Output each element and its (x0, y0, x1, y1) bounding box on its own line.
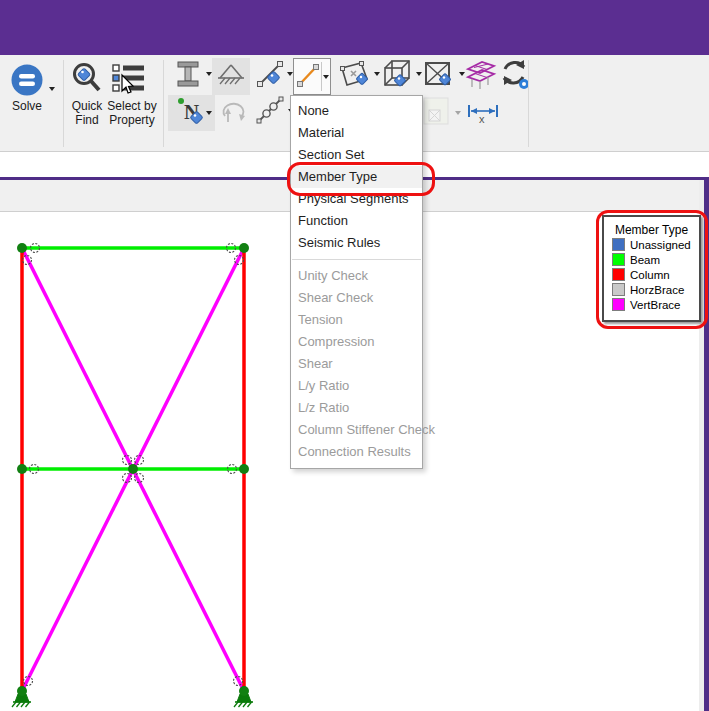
solve-icon (10, 63, 44, 101)
ribbon-separator (528, 60, 529, 147)
menu-item-tension: Tension (291, 309, 422, 331)
quick-find-button[interactable] (70, 63, 104, 97)
support-button[interactable] (212, 58, 250, 95)
node-label-caret-icon[interactable] (206, 111, 212, 118)
color-by-dropdown-menu: None Material Section Set Member Type Ph… (290, 95, 423, 469)
menu-item-physical-segments[interactable]: Physical Segments (291, 188, 422, 210)
section-button[interactable] (172, 60, 204, 92)
area-tag-icon (421, 58, 457, 94)
floor-planes-button[interactable] (463, 58, 497, 94)
ribbon-separator (63, 60, 64, 147)
legend-swatch-vertbrace (612, 298, 625, 311)
line-color-by-caret-icon[interactable] (323, 75, 329, 82)
menu-separator (292, 259, 421, 260)
legend-label-horzbrace: HorzBrace (630, 284, 684, 296)
legend-swatch-unassigned (612, 238, 625, 251)
legend-swatch-column (612, 268, 625, 281)
legend-row: Beam (612, 252, 699, 267)
cube-tag-icon (379, 57, 415, 95)
floor-planes-icon (463, 56, 497, 96)
solve-label: Solve (7, 99, 47, 113)
menu-item-seismic-rules[interactable]: Seismic Rules (291, 232, 422, 254)
node-tag-icon: N (175, 95, 209, 131)
menu-item-material[interactable]: Material (291, 122, 422, 144)
legend-swatch-beam (612, 253, 625, 266)
menu-item-member-type[interactable]: Member Type (291, 166, 422, 188)
menu-item-connection-results: Connection Results (291, 441, 422, 463)
line-color-by-icon (295, 61, 321, 93)
legend-swatch-horzbrace (612, 283, 625, 296)
menu-item-lz-ratio: L/z Ratio (291, 397, 422, 419)
area-select-button[interactable] (421, 60, 457, 92)
render-icon (422, 96, 450, 130)
releases-button[interactable] (253, 96, 287, 128)
dimension-axis-label: x (479, 113, 485, 125)
cube-select-button[interactable] (379, 59, 415, 93)
menu-item-function[interactable]: Function (291, 210, 422, 232)
rotation-button-disabled (218, 97, 250, 129)
support-icon (215, 60, 247, 94)
polygon-tag-icon (336, 58, 372, 94)
legend-title: Member Type (604, 223, 699, 237)
legend-row: VertBrace (612, 297, 699, 312)
solve-button[interactable] (10, 65, 44, 99)
render-button-disabled (422, 98, 450, 128)
member-type-legend: Member Type Unassigned Beam Column HorzB… (602, 215, 701, 322)
ribbon-separator (163, 60, 164, 147)
quick-find-icon (70, 61, 104, 99)
member-label-button[interactable] (253, 60, 287, 92)
legend-label-beam: Beam (630, 254, 660, 266)
polygon-select-button[interactable] (336, 60, 372, 92)
solve-dropdown-caret-icon[interactable] (49, 87, 55, 94)
menu-item-shear: Shear (291, 353, 422, 375)
legend-row: Column (612, 267, 699, 282)
member-tag-icon (254, 58, 286, 94)
legend-label-vertbrace: VertBrace (630, 299, 681, 311)
menu-item-column-stiffener-check: Column Stiffener Check (291, 419, 422, 441)
select-by-property-icon (110, 61, 146, 99)
rotation-icon (219, 96, 249, 130)
select-by-property-button[interactable] (110, 63, 146, 97)
legend-row: HorzBrace (612, 282, 699, 297)
legend-row: Unassigned (612, 237, 699, 252)
split-button-divider (321, 62, 322, 91)
i-beam-section-icon (173, 59, 203, 93)
node-label-button[interactable]: N (168, 95, 215, 131)
legend-label-column: Column (630, 269, 670, 281)
menu-item-none[interactable]: None (291, 100, 422, 122)
select-by-property-label: Select by Property (101, 99, 163, 127)
menu-item-compression: Compression (291, 331, 422, 353)
menu-item-shear-check: Shear Check (291, 287, 422, 309)
line-color-by-button[interactable] (293, 58, 331, 95)
view-panel-right-border (704, 177, 709, 711)
render-caret-icon (455, 111, 461, 118)
window-titlebar (0, 0, 709, 55)
menu-item-ly-ratio: L/y Ratio (291, 375, 422, 397)
releases-icon (254, 94, 286, 130)
menu-item-section-set[interactable]: Section Set (291, 144, 422, 166)
menu-item-unity-check: Unity Check (291, 265, 422, 287)
legend-label-unassigned: Unassigned (630, 239, 691, 251)
